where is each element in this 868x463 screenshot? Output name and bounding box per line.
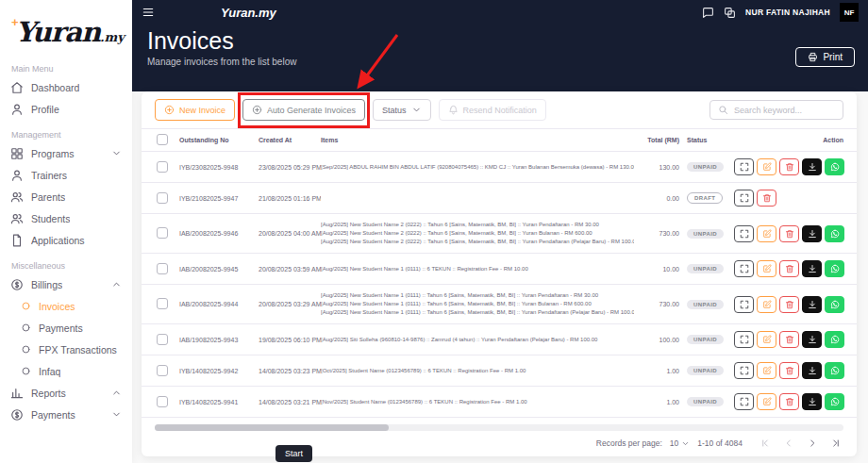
expand-button[interactable] — [734, 362, 754, 379]
sidebar-item-students[interactable]: Students — [0, 207, 132, 229]
sidebar-item-trainers[interactable]: Trainers — [0, 164, 132, 186]
edit-button[interactable] — [757, 225, 776, 242]
invoice-item-line: [Aug/2025] New Student Name 2 (0222) :: … — [321, 238, 634, 246]
plus-circle-icon — [252, 105, 262, 115]
edit-button[interactable] — [757, 296, 776, 313]
resend-notification-label: Resend Notification — [463, 106, 537, 115]
sidebar-item-label: Invoices — [39, 301, 75, 312]
edit-button[interactable] — [757, 260, 776, 277]
avatar[interactable]: NF — [840, 3, 859, 22]
delete-button[interactable] — [779, 296, 799, 313]
expand-button[interactable] — [734, 260, 754, 277]
sidebar-item-label: Applications — [31, 235, 85, 246]
sidebar-item-fpx-transactions[interactable]: FPX Transactions — [0, 339, 132, 360]
chevron-down-icon — [681, 439, 690, 448]
delete-button[interactable] — [757, 190, 776, 207]
scrollbar-thumb[interactable] — [155, 424, 389, 431]
sidebar-section-label: Main Menu — [11, 64, 121, 74]
sidebar-item-payments[interactable]: Payments — [0, 317, 132, 339]
col-outstanding-no: Outstanding No — [179, 137, 259, 143]
chat-icon[interactable] — [702, 7, 714, 19]
download-button[interactable] — [802, 362, 822, 379]
expand-button[interactable] — [734, 190, 754, 207]
printer-icon — [808, 52, 818, 62]
whatsapp-button[interactable] — [825, 158, 844, 175]
new-invoice-button[interactable]: New Invoice — [155, 99, 235, 121]
horizontal-scrollbar[interactable] — [155, 424, 843, 431]
first-page-icon[interactable] — [760, 438, 771, 449]
sidebar-item-applications[interactable]: Applications — [0, 229, 132, 251]
delete-button[interactable] — [779, 362, 799, 379]
expand-icon — [740, 397, 749, 406]
translate-icon[interactable] — [724, 7, 736, 19]
sidebar-item-label: Parents — [31, 191, 65, 203]
auto-generate-annotation-wrap: Auto Generate Invoices — [242, 99, 365, 121]
total-rm: 1.00 — [640, 399, 687, 405]
menu-icon[interactable] — [142, 6, 155, 19]
file-icon — [10, 234, 24, 247]
row-checkbox[interactable] — [157, 298, 168, 309]
delete-button[interactable] — [779, 225, 799, 242]
sidebar-item-infaq[interactable]: Infaq — [0, 360, 132, 382]
delete-button[interactable] — [779, 158, 799, 175]
whatsapp-button[interactable] — [825, 225, 844, 242]
app-logo[interactable]: +Yuran.my — [0, 0, 132, 54]
sidebar-item-payments[interactable]: Payments — [0, 404, 132, 425]
prev-page-icon[interactable] — [783, 438, 794, 449]
row-checkbox[interactable] — [157, 365, 168, 376]
sidebar-item-reports[interactable]: Reports — [0, 382, 132, 404]
delete-button[interactable] — [779, 260, 799, 277]
row-checkbox[interactable] — [157, 227, 168, 239]
last-page-icon[interactable] — [830, 438, 842, 449]
next-page-icon[interactable] — [807, 438, 818, 449]
sidebar-item-billings[interactable]: Billings — [0, 273, 132, 295]
select-all-checkbox[interactable] — [157, 134, 168, 145]
sidebar-item-profile[interactable]: Profile — [0, 98, 132, 120]
row-checkbox[interactable] — [157, 192, 168, 204]
sidebar: +Yuran.my Main MenuDashboardProfileManag… — [0, 0, 132, 463]
start-button[interactable]: Start — [275, 445, 312, 462]
status-badge: UNPAID — [687, 335, 724, 344]
expand-button[interactable] — [734, 158, 754, 175]
records-per-page-select[interactable]: 10 — [670, 438, 690, 448]
expand-button[interactable] — [734, 225, 754, 242]
print-button[interactable]: Print — [795, 47, 855, 67]
created-at: 14/08/2025 03:21 PM — [259, 399, 321, 405]
download-button[interactable] — [802, 296, 822, 313]
edit-button[interactable] — [757, 331, 776, 348]
auto-generate-invoices-button[interactable]: Auto Generate Invoices — [242, 99, 365, 121]
expand-button[interactable] — [734, 393, 754, 410]
whatsapp-button[interactable] — [825, 296, 844, 313]
row-checkbox[interactable] — [157, 263, 168, 274]
whatsapp-icon — [830, 229, 840, 239]
invoice-item-line: [Aug/2025] New Student Name 2 (0222) :: … — [321, 229, 634, 238]
whatsapp-button[interactable] — [825, 260, 844, 277]
download-button[interactable] — [802, 158, 822, 175]
status-filter-dropdown[interactable]: Status — [373, 99, 431, 121]
delete-button[interactable] — [779, 393, 799, 410]
sidebar-item-dashboard[interactable]: Dashboard — [0, 76, 132, 98]
row-checkbox[interactable] — [157, 334, 168, 345]
search-input[interactable] — [734, 106, 835, 115]
row-checkbox[interactable] — [157, 161, 168, 173]
row-checkbox[interactable] — [157, 396, 168, 407]
expand-icon — [740, 300, 749, 309]
download-button[interactable] — [802, 393, 822, 410]
edit-button[interactable] — [757, 158, 776, 175]
sidebar-item-parents[interactable]: Parents — [0, 186, 132, 207]
sidebar-item-invoices[interactable]: Invoices — [0, 295, 132, 317]
whatsapp-button[interactable] — [825, 331, 844, 348]
expand-button[interactable] — [734, 296, 754, 313]
edit-button[interactable] — [757, 362, 776, 379]
delete-button[interactable] — [779, 331, 799, 348]
whatsapp-button[interactable] — [825, 393, 844, 410]
download-button[interactable] — [802, 260, 822, 277]
download-button[interactable] — [802, 331, 822, 348]
chevron-up-icon — [111, 388, 122, 398]
sidebar-item-programs[interactable]: Programs — [0, 142, 132, 164]
edit-button[interactable] — [757, 393, 776, 410]
resend-notification-button[interactable]: Resend Notification — [439, 99, 546, 121]
expand-button[interactable] — [734, 331, 754, 348]
download-button[interactable] — [802, 225, 822, 242]
whatsapp-button[interactable] — [825, 362, 844, 379]
